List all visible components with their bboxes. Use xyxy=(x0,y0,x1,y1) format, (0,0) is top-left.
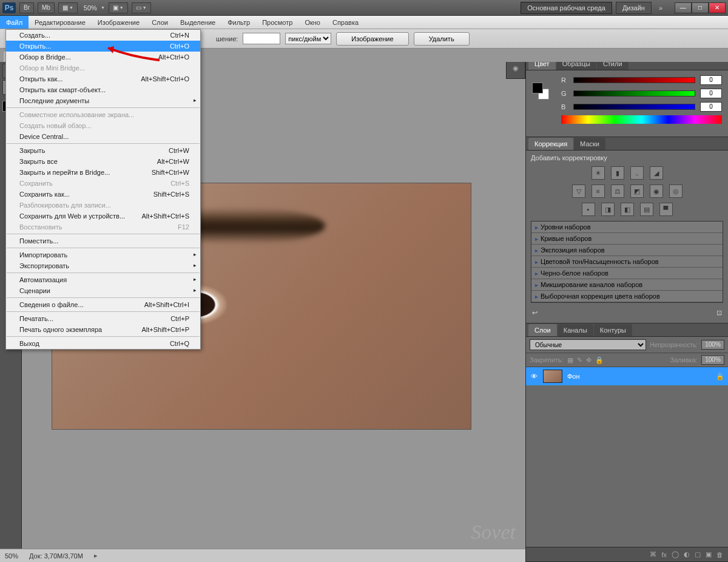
menu-item[interactable]: Сведения о файле...Alt+Shift+Ctrl+I xyxy=(6,299,200,310)
menu-item[interactable]: Закрыть всеAlt+Ctrl+W xyxy=(6,156,200,167)
window-maximize[interactable]: □ xyxy=(692,2,709,13)
menu-item[interactable]: Автоматизация xyxy=(6,274,200,285)
minibridge-button[interactable]: Mb xyxy=(38,2,55,13)
status-arrow-icon[interactable]: ▸ xyxy=(94,552,98,560)
layer-row[interactable]: 👁 Фон 🔒 xyxy=(526,367,728,385)
window-minimize[interactable]: — xyxy=(675,2,692,13)
spectrum-bar[interactable] xyxy=(561,115,722,124)
photo-filter-icon[interactable]: ◉ xyxy=(650,185,663,198)
gradient-map-icon[interactable]: ▤ xyxy=(640,203,653,216)
preset-back-icon[interactable]: ↩ xyxy=(532,309,538,317)
layer-thumbnail[interactable] xyxy=(543,370,562,383)
hue-icon[interactable]: ≡ xyxy=(592,185,605,198)
workspace-design[interactable]: Дизайн xyxy=(616,2,652,14)
lock-move-icon[interactable]: ✥ xyxy=(586,356,592,364)
g-value[interactable]: 0 xyxy=(700,89,722,98)
menu-item[interactable]: Device Central... xyxy=(6,131,200,142)
menu-окно[interactable]: Окно xyxy=(298,16,326,29)
menu-item[interactable]: Закрыть и перейти в Bridge...Shift+Ctrl+… xyxy=(6,167,200,178)
panel-tab[interactable]: Контуры xyxy=(594,324,632,336)
preset-item[interactable]: Микширование каналов наборов xyxy=(531,279,723,291)
panel-tab[interactable]: Слои xyxy=(528,324,557,336)
lock-pixels-icon[interactable]: ▦ xyxy=(567,356,573,364)
mixer-icon[interactable]: ◎ xyxy=(669,185,682,198)
preset-item[interactable]: Цветовой тон/Насыщенность наборов xyxy=(531,256,723,268)
menu-изображение[interactable]: Изображение xyxy=(92,16,146,29)
panel-tab[interactable]: Каналы xyxy=(558,324,593,336)
preset-item[interactable]: Черно-белое наборов xyxy=(531,268,723,279)
panel-tab[interactable]: Коррекция xyxy=(528,138,573,150)
menu-фильтр[interactable]: Фильтр xyxy=(221,16,256,29)
menu-редактирование[interactable]: Редактирование xyxy=(29,16,92,29)
preset-item[interactable]: Экспозиция наборов xyxy=(531,245,723,256)
preset-item[interactable]: Уровни наборов xyxy=(531,222,723,233)
group-icon[interactable]: ▢ xyxy=(695,550,701,558)
r-value[interactable]: 0 xyxy=(700,75,722,85)
panel-swatches[interactable] xyxy=(532,83,549,100)
menu-item[interactable]: ВыходCtrl+Q xyxy=(6,338,200,349)
new-layer-icon[interactable]: ▣ xyxy=(706,550,712,558)
lock-all-icon[interactable]: 🔒 xyxy=(595,356,604,364)
delete-button[interactable]: Удалить xyxy=(414,32,470,46)
preset-clip-icon[interactable]: ⊡ xyxy=(716,309,722,317)
units-select[interactable]: пикс/дюйм xyxy=(285,33,331,44)
arrange-dropdown[interactable]: ▣ xyxy=(109,2,128,13)
r-slider[interactable] xyxy=(573,77,695,83)
menu-item[interactable]: Сценарии xyxy=(6,285,200,296)
menu-справка[interactable]: Справка xyxy=(326,16,365,29)
preset-item[interactable]: Кривые наборов xyxy=(531,233,723,245)
posterize-icon[interactable]: ◨ xyxy=(601,203,615,216)
brightness-icon[interactable]: ☀ xyxy=(592,166,605,180)
fx-icon[interactable]: fx xyxy=(661,551,667,558)
vibrance-icon[interactable]: ▽ xyxy=(572,185,585,198)
menu-item[interactable]: Импортировать xyxy=(6,249,200,260)
adjustment-layer-icon[interactable]: ◐ xyxy=(684,550,690,558)
curves-icon[interactable]: ⦦ xyxy=(630,166,644,180)
selective-icon[interactable]: ▀ xyxy=(659,203,673,216)
b-slider[interactable] xyxy=(573,104,695,110)
invert-icon[interactable]: ▪ xyxy=(582,203,595,216)
extras-dropdown[interactable]: ▦ xyxy=(58,2,78,13)
zoom-dropdown[interactable]: 50% xyxy=(81,4,105,12)
bw-icon[interactable]: ◩ xyxy=(630,185,644,198)
levels-icon[interactable]: ▮ xyxy=(611,166,624,180)
opacity-value[interactable]: 100% xyxy=(701,340,724,350)
g-slider[interactable] xyxy=(573,90,695,96)
panel-fg-swatch[interactable] xyxy=(532,83,543,93)
fill-value[interactable]: 100% xyxy=(701,355,724,365)
threshold-icon[interactable]: ◧ xyxy=(621,203,634,216)
workspace-more-icon[interactable]: » xyxy=(655,4,666,12)
balance-icon[interactable]: ⚖ xyxy=(611,185,624,198)
window-close[interactable]: ✕ xyxy=(709,2,726,13)
panel-tab[interactable]: Маски xyxy=(574,138,605,150)
blend-mode-select[interactable]: Обычные xyxy=(530,339,646,350)
menu-item[interactable]: Сохранить для Web и устройств...Alt+Shif… xyxy=(6,211,200,222)
link-icon[interactable]: ⌘ xyxy=(650,550,656,558)
menu-item[interactable]: Обзор в Bridge...Alt+Ctrl+O xyxy=(6,52,200,63)
b-value[interactable]: 0 xyxy=(700,102,722,112)
resolution-input[interactable] xyxy=(243,33,280,44)
screenmode-dropdown[interactable]: ▭ xyxy=(132,2,151,13)
menu-item[interactable]: Открыть как смарт-объект... xyxy=(6,84,200,95)
menu-выделение[interactable]: Выделение xyxy=(174,16,221,29)
menu-item[interactable]: Поместить... xyxy=(6,235,200,246)
menu-item[interactable]: Сохранить как...Shift+Ctrl+S xyxy=(6,189,200,200)
status-zoom[interactable]: 50% xyxy=(5,552,18,560)
menu-item[interactable]: Последние документы xyxy=(6,95,200,106)
workspace-essentials[interactable]: Основная рабочая среда xyxy=(521,2,612,14)
menu-item[interactable]: Экспортировать xyxy=(6,260,200,271)
menu-item[interactable]: Печать одного экземпляраAlt+Shift+Ctrl+P xyxy=(6,324,200,335)
menu-item[interactable]: Создать...Ctrl+N xyxy=(6,30,200,41)
menu-item[interactable]: Открыть как...Alt+Shift+Ctrl+O xyxy=(6,73,200,84)
menu-item[interactable]: Открыть...Ctrl+O xyxy=(6,41,200,52)
bridge-button[interactable]: Br xyxy=(19,2,34,13)
menu-item[interactable]: Печатать...Ctrl+P xyxy=(6,313,200,324)
menu-просмотр[interactable]: Просмотр xyxy=(256,16,298,29)
mask-icon[interactable]: ◯ xyxy=(672,550,679,558)
exposure-icon[interactable]: ◢ xyxy=(650,166,663,180)
menu-файл[interactable]: Файл xyxy=(0,16,29,29)
lock-brush-icon[interactable]: ✎ xyxy=(577,356,582,364)
trash-icon[interactable]: 🗑 xyxy=(716,551,723,558)
preset-item[interactable]: Выборочная коррекция цвета наборов xyxy=(531,291,723,302)
menu-item[interactable]: ЗакрытьCtrl+W xyxy=(6,145,200,156)
